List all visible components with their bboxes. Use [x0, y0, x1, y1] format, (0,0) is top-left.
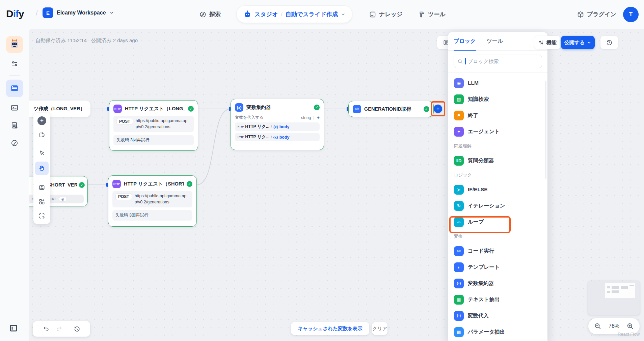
chevron-down-icon[interactable]: [341, 12, 345, 17]
block-item-question-classifier[interactable]: ‖D質問分類器: [452, 152, 543, 169]
organize-blocks-button[interactable]: [36, 196, 47, 207]
tab-studio[interactable]: スタジオ: [254, 10, 278, 18]
tab-tools[interactable]: ツール: [487, 32, 503, 51]
sidebar-item-monitoring[interactable]: [8, 136, 21, 150]
block-item-label: イテレーション: [468, 202, 505, 209]
show-cached-variables-button[interactable]: キャッシュされた変数を表示: [291, 322, 369, 335]
plugins-package-icon: [577, 11, 584, 18]
tab-blocks[interactable]: ブロック: [454, 32, 476, 51]
node-generation-id[interactable]: </> GENERATIONID取得 ✓: [348, 101, 434, 117]
http-endpoint-row: POST https://public-api.gamma.app/v0.2/g…: [112, 191, 192, 207]
block-item-parameter-extractor[interactable]: ▩パラメータ抽出: [452, 324, 543, 340]
variable-aggregator-icon: {x}: [454, 279, 464, 288]
dify-logo[interactable]: Dify: [6, 8, 24, 20]
sidebar-item-api[interactable]: [8, 101, 21, 115]
block-picker-panel: ブロック ツール ブロック検索 ◉LLM▤知識検索⚑終了✦エージェント問題理解‖…: [448, 32, 547, 341]
sidebar-item-orchestrate[interactable]: [6, 80, 23, 97]
left-sidebar: [0, 29, 29, 341]
collapse-sidebar-button[interactable]: [7, 322, 20, 334]
block-item-label: 知識検索: [468, 96, 489, 103]
end-icon: ⚑: [454, 111, 464, 120]
block-item-doc-extractor[interactable]: ▦テキスト抽出: [452, 291, 543, 308]
app-robot-icon[interactable]: [6, 36, 23, 53]
version-history-button[interactable]: [72, 323, 82, 334]
block-search-input[interactable]: ブロック検索: [454, 55, 542, 68]
block-item-if-else[interactable]: ≻IF/ELSE: [452, 181, 543, 198]
redo-button[interactable]: [54, 323, 64, 334]
block-item-agent[interactable]: ✦エージェント: [452, 123, 543, 140]
success-check-icon: ✓: [188, 106, 194, 112]
user-avatar[interactable]: T: [623, 7, 639, 22]
fit-view-button[interactable]: [36, 210, 47, 221]
block-item-template[interactable]: ◗テンプレート: [452, 259, 543, 275]
iteration-icon: ↻: [454, 201, 464, 211]
nav-explore[interactable]: 探索: [199, 0, 221, 29]
block-item-label: テンプレート: [468, 264, 500, 271]
block-item-label: 変数集約器: [468, 280, 494, 287]
chevron-down-icon: [587, 40, 591, 45]
toolbar-divider: [37, 144, 46, 144]
block-item-label: ループ: [468, 219, 484, 226]
zoom-in-button[interactable]: [625, 321, 635, 331]
zoom-level[interactable]: 76%: [609, 323, 619, 329]
export-dsl-button[interactable]: [36, 182, 47, 193]
node-http-request-short[interactable]: HTTP HTTP リクエスト（SHORT_VER） ✓ POST https:…: [108, 175, 197, 227]
success-check-icon: ✓: [187, 181, 192, 187]
add-variable-button[interactable]: +: [317, 115, 320, 120]
block-item-label: IF/ELSE: [468, 187, 488, 193]
block-item-label: パラメータ抽出: [468, 329, 505, 336]
history-clock-icon: [606, 39, 613, 46]
logs-document-icon: [10, 121, 19, 130]
app-name[interactable]: 自動でスライド作成: [286, 10, 338, 18]
minimap-viewport: [605, 283, 635, 298]
window-icon: [10, 84, 19, 93]
nav-plugins[interactable]: プラグイン: [577, 0, 616, 29]
pointer-mode-button[interactable]: [36, 147, 47, 158]
node-variable-aggregator[interactable]: {x} 変数集約器 ✓ 変数を代入する string + HTTP HTTP リ…: [231, 99, 324, 150]
aggregated-variable-row[interactable]: HTTP HTTP リク... / {x} body: [235, 122, 320, 131]
zoom-out-button[interactable]: [593, 321, 602, 331]
clear-button[interactable]: クリア: [372, 322, 387, 335]
nav-tools[interactable]: ツール: [418, 0, 446, 29]
react-flow-attribution: React Flow: [618, 332, 640, 337]
block-item-iteration[interactable]: ↻イテレーション: [452, 198, 543, 214]
sidebar-item-logs[interactable]: [8, 119, 21, 132]
text-cursor: [465, 58, 466, 64]
template-icon: ◗: [454, 262, 464, 272]
publish-button[interactable]: 公開する: [561, 36, 595, 49]
workspace-badge: E: [43, 7, 53, 18]
if-else-icon: ≻: [454, 185, 464, 195]
view-history-button[interactable]: [600, 36, 618, 49]
parameter-extractor-icon: ▩: [454, 327, 464, 337]
block-item-llm[interactable]: ◉LLM: [452, 75, 543, 91]
block-item-label: エージェント: [468, 128, 500, 135]
doc-extractor-icon: ▦: [454, 295, 464, 305]
block-item-variable-assigner[interactable]: {=}変数代入: [452, 308, 543, 324]
block-item-knowledge-retrieval[interactable]: ▤知識検索: [452, 91, 543, 107]
aggregated-variable-row[interactable]: HTTP HTTP リク... / {x} body: [235, 133, 320, 141]
plus-icon: +: [37, 116, 46, 125]
node-http-request-long[interactable]: HTTP HTTP リクエスト（LONG_VER） ✓ POST https:/…: [109, 100, 198, 151]
add-next-node-button[interactable]: +: [434, 105, 442, 113]
block-item-variable-aggregator[interactable]: {x}変数集約器: [452, 275, 543, 291]
search-icon: [457, 59, 463, 64]
http-url: https://public-api.gamma.app/v0.2/genera…: [135, 193, 189, 205]
hand-mode-button[interactable]: [35, 162, 49, 175]
http-endpoint-row: POST https://public-api.gamma.app/v0.2/g…: [113, 116, 194, 132]
features-button[interactable]: 機能: [534, 36, 560, 49]
explore-compass-icon: [199, 11, 207, 18]
success-check-icon: ✓: [314, 105, 320, 110]
add-node-button[interactable]: +: [36, 115, 47, 126]
sidebar-item-settings[interactable]: [8, 57, 21, 70]
block-item-end[interactable]: ⚑終了: [452, 107, 543, 123]
minimap[interactable]: [588, 281, 640, 315]
nav-knowledge[interactable]: ナレッジ: [369, 0, 403, 29]
workflow-canvas[interactable]: 自動保存済み 11:52:14 · 公開済み 2 days ago ツ作成（LO…: [29, 29, 644, 341]
block-item-code[interactable]: </>コード実行: [452, 243, 543, 259]
block-list: ◉LLM▤知識検索⚑終了✦エージェント問題理解‖D質問分類器ロジック≻IF/EL…: [448, 73, 547, 340]
undo-button[interactable]: [41, 323, 52, 334]
block-item-loop[interactable]: ∞ループ: [452, 214, 543, 230]
panel-scrollbar[interactable]: [545, 81, 546, 179]
workspace-selector[interactable]: E Elcamy Workspace: [43, 7, 114, 18]
add-note-button[interactable]: [36, 130, 47, 140]
